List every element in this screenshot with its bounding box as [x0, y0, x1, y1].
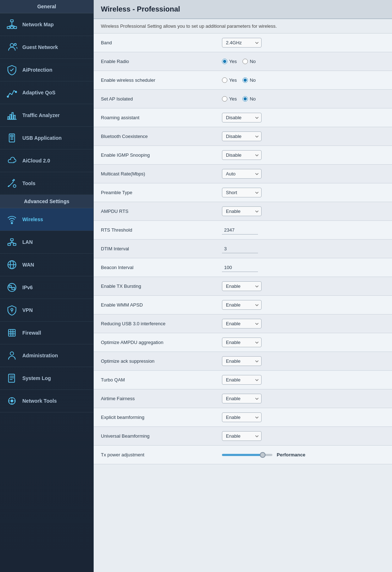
administration-icon — [6, 349, 18, 362]
settings-row-multicast-rate: Multicast Rate(Mbps)Auto125.5611 — [94, 165, 392, 183]
select-ampdu-aggregation[interactable]: EnableDisable — [222, 338, 262, 347]
sidebar-item-traffic-analyzer[interactable]: Traffic Analyzer — [0, 104, 93, 127]
select-multicast-rate[interactable]: Auto125.5611 — [222, 169, 262, 179]
radio-input-ap-isolated-yes[interactable] — [222, 96, 227, 102]
usb-application-icon — [6, 132, 18, 144]
settings-label-ack-suppression: Optimize ack suppression — [94, 355, 216, 367]
guest-network-icon — [6, 41, 18, 53]
radio-label-enable-radio-no[interactable]: No — [242, 59, 256, 64]
text-input-rts-threshold[interactable] — [222, 226, 258, 234]
slider-container-tx-power: Performance — [222, 452, 305, 457]
settings-label-bluetooth-coexistence: Bluetooth Coexistence — [94, 130, 216, 143]
settings-row-wireless-scheduler: Enable wireless schedulerYesNo — [94, 71, 392, 90]
settings-row-usb-interference: Reducing USB 3.0 interferenceEnableDisab… — [94, 314, 392, 333]
settings-label-airtime-fairness: Airtime Fairness — [94, 392, 216, 405]
radio-group-wireless-scheduler: YesNo — [222, 77, 256, 83]
select-preamble-type[interactable]: ShortLong — [222, 188, 262, 197]
sidebar-item-wan[interactable]: WAN — [0, 254, 93, 276]
sidebar-item-network-tools[interactable]: Network Tools — [0, 390, 93, 412]
settings-control-ampdu-rts: EnableDisable — [216, 204, 392, 219]
radio-input-wireless-scheduler-yes[interactable] — [222, 77, 227, 83]
general-section-title: General — [0, 0, 93, 13]
settings-row-ap-isolated: Set AP IsolatedYesNo — [94, 90, 392, 108]
sidebar-item-administration[interactable]: Administration — [0, 344, 93, 367]
radio-input-enable-radio-yes[interactable] — [222, 59, 227, 64]
settings-label-tx-power: Tx power adjustment — [94, 448, 216, 461]
radio-label-enable-radio-yes[interactable]: Yes — [222, 59, 237, 64]
sidebar: General Network Map Guest Network AiProt… — [0, 0, 94, 572]
radio-label-ap-isolated-yes[interactable]: Yes — [222, 96, 237, 102]
sidebar-label-traffic-analyzer: Traffic Analyzer — [22, 112, 60, 118]
select-band[interactable]: 2.4GHz5GHz — [222, 38, 262, 48]
sidebar-item-vpn[interactable]: VPN — [0, 299, 93, 322]
ipv6-icon — [6, 281, 18, 294]
settings-row-airtime-fairness: Airtime FairnessEnableDisable — [94, 389, 392, 408]
slider-label-tx-power: Performance — [277, 452, 305, 457]
settings-control-dtim-interval — [216, 242, 392, 256]
select-roaming-assistant[interactable]: DisableEnable — [222, 113, 262, 122]
svg-rect-0 — [10, 20, 13, 22]
settings-label-wmm-apsd: Enable WMM APSD — [94, 299, 216, 311]
wan-icon — [6, 259, 18, 271]
sidebar-item-ipv6[interactable]: IPv6 — [0, 276, 93, 299]
radio-input-enable-radio-no[interactable] — [242, 59, 248, 64]
select-wmm-apsd[interactable]: EnableDisable — [222, 300, 262, 310]
svg-rect-1 — [7, 27, 10, 29]
settings-control-ampdu-aggregation: EnableDisable — [216, 335, 392, 350]
settings-row-band: Band2.4GHz5GHz — [94, 33, 392, 52]
sidebar-item-wireless[interactable]: Wireless — [0, 208, 93, 231]
select-ampdu-rts[interactable]: EnableDisable — [222, 206, 262, 216]
sidebar-label-firewall: Firewall — [22, 330, 41, 336]
system-log-icon — [6, 372, 18, 384]
settings-label-ampdu-rts: AMPDU RTS — [94, 205, 216, 218]
adaptive-qos-icon — [6, 86, 18, 99]
settings-control-roaming-assistant: DisableEnable — [216, 110, 392, 125]
sidebar-item-aiprotection[interactable]: AiProtection — [0, 59, 93, 81]
settings-control-bluetooth-coexistence: DisableEnable — [216, 129, 392, 144]
sidebar-item-firewall[interactable]: Firewall — [0, 322, 93, 344]
radio-label-wireless-scheduler-no[interactable]: No — [242, 77, 256, 83]
select-tx-bursting[interactable]: EnableDisable — [222, 281, 262, 291]
settings-control-beacon-interval — [216, 260, 392, 275]
svg-rect-13 — [10, 115, 11, 119]
select-igmp-snooping[interactable]: DisableEnable — [222, 150, 262, 160]
settings-control-multicast-rate: Auto125.5611 — [216, 166, 392, 182]
select-explicit-beamforming[interactable]: EnableDisable — [222, 412, 262, 422]
settings-row-rts-threshold: RTS Threshold — [94, 221, 392, 240]
sidebar-item-lan[interactable]: LAN — [0, 231, 93, 254]
radio-input-ap-isolated-no[interactable] — [242, 96, 248, 102]
select-turbo-qam[interactable]: EnableDisable — [222, 375, 262, 385]
sidebar-label-aiprotection: AiProtection — [22, 67, 52, 73]
settings-label-tx-bursting: Enable TX Bursting — [94, 280, 216, 292]
sidebar-item-usb-application[interactable]: USB Application — [0, 127, 93, 149]
svg-rect-25 — [10, 239, 13, 241]
sidebar-item-system-log[interactable]: System Log — [0, 367, 93, 390]
sidebar-item-tools[interactable]: Tools — [0, 172, 93, 195]
settings-row-igmp-snooping: Enable IGMP SnoopingDisableEnable — [94, 146, 392, 165]
text-input-dtim-interval[interactable] — [222, 245, 258, 253]
radio-group-enable-radio: YesNo — [222, 59, 256, 64]
sidebar-label-usb-application: USB Application — [22, 135, 62, 141]
select-universal-beamforming[interactable]: EnableDisable — [222, 431, 262, 441]
radio-input-wireless-scheduler-no[interactable] — [242, 77, 248, 83]
radio-label-ap-isolated-no[interactable]: No — [242, 96, 256, 102]
sidebar-label-tools: Tools — [22, 180, 35, 186]
sidebar-item-adaptive-qos[interactable]: Adaptive QoS — [0, 81, 93, 104]
select-usb-interference[interactable]: EnableDisable — [222, 319, 262, 329]
settings-label-ap-isolated: Set AP Isolated — [94, 93, 216, 105]
slider-tx-power[interactable] — [222, 454, 272, 456]
sidebar-label-ipv6: IPv6 — [22, 285, 33, 290]
sidebar-item-network-map[interactable]: Network Map — [0, 13, 93, 36]
select-airtime-fairness[interactable]: EnableDisable — [222, 394, 262, 403]
settings-label-universal-beamforming: Universal Beamforming — [94, 430, 216, 442]
sidebar-item-guest-network[interactable]: Guest Network — [0, 36, 93, 59]
sidebar-item-aicloud[interactable]: AiCloud 2.0 — [0, 149, 93, 172]
radio-label-wireless-scheduler-yes[interactable]: Yes — [222, 77, 237, 83]
svg-rect-2 — [10, 27, 13, 29]
select-ack-suppression[interactable]: EnableDisable — [222, 356, 262, 366]
settings-row-explicit-beamforming: Explicit beamformingEnableDisable — [94, 408, 392, 427]
select-bluetooth-coexistence[interactable]: DisableEnable — [222, 131, 262, 141]
settings-label-igmp-snooping: Enable IGMP Snooping — [94, 149, 216, 161]
text-input-beacon-interval[interactable] — [222, 263, 258, 272]
settings-row-preamble-type: Preamble TypeShortLong — [94, 183, 392, 202]
